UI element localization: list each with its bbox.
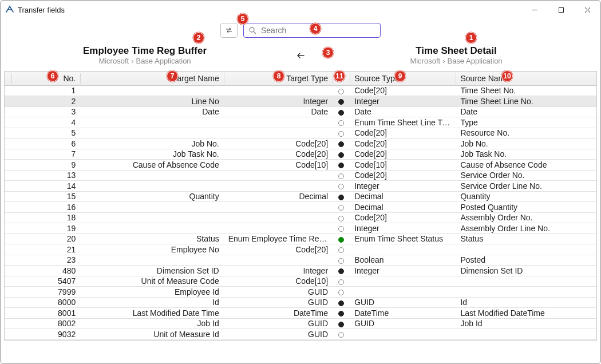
cell-link-status[interactable] [333,149,350,160]
cell-target-type: Code[10] [224,276,333,287]
table-row[interactable]: 7Job Task No.Code[20]Code[20]Job Task No… [5,149,596,160]
cell-source-type: GUID [350,318,456,329]
col-no[interactable]: No. [11,72,80,85]
link-dot-icon [338,205,344,211]
swap-button[interactable] [220,23,238,38]
cell-target-type [224,255,333,266]
col-source-name[interactable]: Source Name [456,72,596,85]
cell-link-status[interactable] [333,117,350,128]
window-title: Transfer fields [18,6,521,14]
cell-target-name [80,181,223,192]
cell-source-name: Resource No. [456,128,596,139]
table-row[interactable]: 5407Unit of Measure CodeCode[10] [5,276,596,287]
link-dot-icon [338,216,344,221]
table-row[interactable]: 5Code[20]Resource No. [5,128,596,139]
cell-link-status[interactable] [333,297,350,308]
cell-source-type: Enum Time Sheet Line Type [350,117,456,128]
cell-link-status[interactable] [333,160,350,171]
cell-source-name: Dimension Set ID [456,266,596,276]
table-row[interactable]: 9Cause of Absence CodeCode[10]Code[10]Ca… [5,160,596,171]
left-table-title: Employee Time Reg Buffer [1,45,289,57]
cell-target-type [224,212,333,223]
cell-link-status[interactable] [333,191,350,202]
link-dot-icon [338,311,344,316]
table-row[interactable]: 8000IdGUIDGUIDId [5,297,596,308]
table-row[interactable]: 16DecimalPosted Quantity [5,202,596,213]
table-titles: Employee Time Reg Buffer Microsoft›Base … [1,45,600,65]
table-row[interactable]: 480Dimension Set IDIntegerIntegerDimensi… [5,266,596,276]
cell-no: 8001 [11,308,80,319]
maximize-button[interactable] [548,1,574,19]
cell-link-status[interactable] [333,287,350,298]
table-row[interactable]: 6Job No.Code[20]Code[20]Job No. [5,139,596,149]
table-row[interactable]: 14IntegerService Order Line No. [5,181,596,192]
cell-target-type: DateTime [224,308,333,319]
table-row[interactable]: 23BooleanPosted [5,255,596,266]
cell-link-status[interactable] [333,139,350,149]
table-row[interactable]: 9032Unit of Measure IdGUID [5,329,596,340]
direction-arrow[interactable] [289,51,312,60]
cell-link-status[interactable] [333,255,350,266]
link-dot-icon [338,152,344,158]
cell-link-status[interactable] [333,318,350,329]
table-row[interactable]: 2Line NoIntegerIntegerTime Sheet Line No… [5,96,596,107]
table-row[interactable]: 13Code[20]Service Order No. [5,170,596,181]
cell-link-status[interactable] [333,329,350,340]
col-link-status[interactable] [333,72,350,85]
cell-link-status[interactable] [333,128,350,139]
table-row[interactable]: 21Employee NoCode[20] [5,244,596,255]
cell-link-status[interactable] [333,223,350,234]
cell-link-status[interactable] [333,212,350,223]
minimize-button[interactable] [521,1,548,19]
cell-link-status[interactable] [333,308,350,319]
col-target-name[interactable]: Target Name [80,72,223,85]
cell-link-status[interactable] [333,202,350,213]
cell-target-name [80,255,223,266]
cell-link-status[interactable] [333,276,350,287]
close-button[interactable] [574,1,600,19]
cell-source-name: Cause of Absence Code [456,160,596,171]
cell-source-type [350,276,456,287]
col-source-type[interactable]: Source Type [350,72,456,85]
cell-source-type: DateTime [350,308,456,319]
cell-target-name: Job No. [80,139,223,149]
cell-target-type: Integer [224,96,333,107]
cell-target-type: GUID [224,329,333,340]
cell-link-status[interactable] [333,181,350,192]
cell-link-status[interactable] [333,266,350,276]
cell-target-type: GUID [224,318,333,329]
table-row[interactable]: 19IntegerAssembly Order Line No. [5,223,596,234]
cell-link-status[interactable] [333,96,350,107]
cell-no: 15 [11,191,80,202]
cell-target-type: Code[20] [224,244,333,255]
col-target-type[interactable]: Target Type [224,72,333,85]
cell-target-name [80,117,223,128]
cell-no: 2 [11,96,80,107]
cell-target-type: Enum Employee Time Reg. Status [224,234,333,244]
table-row[interactable]: 20StatusEnum Employee Time Reg. StatusEn… [5,234,596,244]
table-row[interactable]: 18Code[20]Assembly Order No. [5,212,596,223]
field-grid[interactable]: No. Target Name Target Type Source Type … [4,71,597,341]
cell-link-status[interactable] [333,234,350,244]
cell-source-type: Code[20] [350,149,456,160]
table-row[interactable]: 7999Employee IdGUID [5,287,596,298]
cell-target-name: Id [80,297,223,308]
table-row[interactable]: 3DateDateDateDate [5,106,596,117]
search-field[interactable] [243,23,381,38]
col-marker[interactable] [5,72,11,85]
table-row[interactable]: 15QuantityDecimalDecimalQuantity [5,191,596,202]
table-row[interactable]: 8001Last Modified Date TimeDateTimeDateT… [5,308,596,319]
table-row[interactable]: 8002Job IdGUIDGUIDJob Id [5,318,596,329]
table-row[interactable]: 1Code[20]Time Sheet No. [5,85,596,96]
cell-source-name: Time Sheet No. [456,85,596,96]
cell-target-type [224,170,333,181]
table-row[interactable]: 4Enum Time Sheet Line TypeType [5,117,596,128]
cell-source-type: Code[10] [350,160,456,171]
cell-link-status[interactable] [333,85,350,96]
link-dot-icon [338,247,344,253]
search-input[interactable] [260,25,375,35]
cell-link-status[interactable] [333,244,350,255]
cell-source-name: Quantity [456,191,596,202]
cell-link-status[interactable] [333,170,350,181]
cell-link-status[interactable] [333,106,350,117]
